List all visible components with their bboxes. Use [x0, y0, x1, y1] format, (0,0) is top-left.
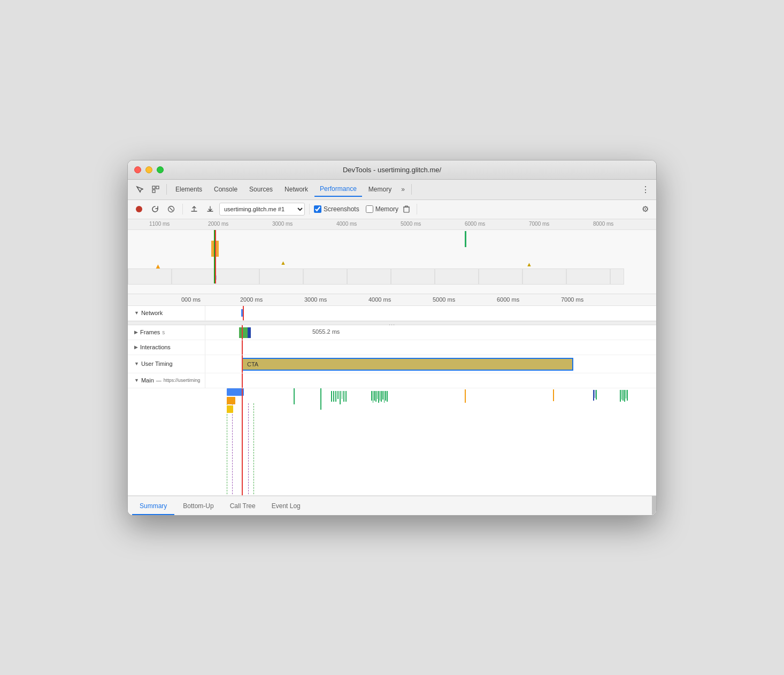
minimize-button[interactable]: [145, 166, 152, 173]
tick-7000ms: 7000 ms: [561, 296, 583, 303]
devtools-menu-button[interactable]: ⋮: [639, 182, 652, 197]
toolbar-sep-1: [182, 204, 183, 214]
session-selector[interactable]: usertiming.glitch.me #1: [219, 203, 305, 216]
user-timing-track: ▼ User Timing CTA: [128, 355, 656, 373]
frames-label: Frames: [140, 329, 160, 335]
svg-rect-0: [152, 186, 155, 189]
frames-s-label: s: [162, 329, 165, 335]
main-track-content-header[interactable]: [205, 373, 656, 388]
bottom-tab-bar: Summary Bottom-Up Call Tree Event Log: [128, 496, 656, 515]
frames-track-label: ▶ Frames s: [128, 325, 205, 340]
close-button[interactable]: [134, 166, 141, 173]
svg-line-5: [170, 208, 173, 211]
flame-green-tall-1: [294, 388, 295, 404]
tab-event-log[interactable]: Event Log: [264, 499, 308, 515]
flame-green-tall-2: [320, 388, 321, 410]
frames-time: 5055.2 ms: [312, 328, 340, 335]
delete-recording-button[interactable]: [401, 203, 412, 215]
upload-button[interactable]: [187, 202, 201, 216]
inspect-icon[interactable]: [148, 182, 163, 197]
tab-elements[interactable]: Elements: [170, 182, 207, 196]
flame-red-line: [242, 388, 243, 495]
screenshots-strip: [128, 269, 624, 285]
memory-label: Memory: [375, 205, 398, 213]
tab-summary[interactable]: Summary: [132, 499, 174, 515]
interactions-track-content[interactable]: [205, 340, 656, 355]
maximize-button[interactable]: [157, 166, 164, 173]
memory-group: Memory: [366, 205, 398, 213]
settings-button[interactable]: ⚙: [638, 202, 652, 216]
frames-track: ▶ Frames s 5055.2 ms: [128, 325, 656, 340]
interactions-track: ▶ Interactions: [128, 340, 656, 355]
network-bar: [241, 309, 243, 317]
frames-red-line: [242, 325, 243, 340]
main-track: ▼ Main — https://usertiming.glitch.me/: [128, 373, 656, 496]
interactions-expand-arrow[interactable]: ▶: [134, 344, 138, 350]
performance-toolbar: usertiming.glitch.me #1 Screenshots Memo…: [128, 200, 656, 219]
cursor-icon[interactable]: [132, 182, 147, 197]
orange-tick-2: [553, 389, 554, 401]
interactions-label: Interactions: [140, 344, 171, 350]
reload-record-button[interactable]: [148, 202, 162, 216]
ruler-tick-8000: 8000 ms: [593, 221, 613, 227]
flame-orange-1: [227, 397, 235, 404]
resize-handle[interactable]: ...: [128, 321, 656, 325]
tick-4000ms: 4000 ms: [368, 296, 391, 303]
network-expand-arrow[interactable]: ▼: [134, 310, 139, 316]
far-right-green-group: [620, 390, 628, 402]
interactions-red-line: [242, 340, 243, 355]
memory-checkbox[interactable]: [366, 205, 373, 213]
user-timing-expand-arrow[interactable]: ▼: [134, 361, 139, 366]
main-track-label: ▼ Main — https://usertiming.glitch.me/: [128, 373, 205, 388]
devtools-window: DevTools - usertiming.glitch.me/ Element…: [127, 160, 657, 516]
green-ticks-group-1: [331, 391, 347, 404]
screenshots-group: Screenshots: [314, 205, 359, 213]
screenshots-checkbox[interactable]: [314, 205, 321, 213]
tab-bottom-up[interactable]: Bottom-Up: [175, 499, 221, 515]
clear-button[interactable]: [164, 202, 178, 216]
svg-rect-2: [152, 190, 155, 193]
tab-sources[interactable]: Sources: [244, 182, 278, 196]
ruler-tick-2000: 2000 ms: [208, 221, 228, 227]
network-track-content[interactable]: [205, 306, 656, 320]
ruler-tick-1000: 1100 ms: [149, 221, 170, 227]
tick-5000ms: 5000 ms: [433, 296, 455, 303]
fps-indicator: [465, 231, 466, 247]
tick-3000ms: 3000 ms: [304, 296, 327, 303]
dashed-green-2: [253, 403, 254, 495]
tab-call-tree[interactable]: Call Tree: [222, 499, 263, 515]
main-expand-arrow[interactable]: ▼: [134, 378, 139, 383]
ruler-tick-6000: 6000 ms: [465, 221, 485, 227]
dashed-green-1: [227, 403, 227, 495]
right-bars-group: [593, 390, 597, 401]
cta-bar[interactable]: CTA: [242, 358, 573, 371]
record-button[interactable]: [132, 202, 146, 216]
user-timing-track-content[interactable]: CTA: [205, 355, 656, 373]
main-track-header-row: ▼ Main — https://usertiming.glitch.me/: [128, 373, 656, 388]
dashed-purple-1: [232, 403, 233, 495]
frames-expand-arrow[interactable]: ▶: [134, 329, 138, 335]
more-tabs-button[interactable]: »: [398, 183, 408, 195]
download-button[interactable]: [203, 202, 217, 216]
user-timing-track-label: ▼ User Timing: [128, 355, 205, 373]
overview-tracks[interactable]: ▲ ▲ ▲: [128, 230, 656, 283]
overview-ruler: 1100 ms 2000 ms 3000 ms 4000 ms 5000 ms …: [128, 219, 656, 230]
tick-2000ms: 2000 ms: [240, 296, 263, 303]
tab-network[interactable]: Network: [279, 182, 313, 196]
overview-area: 1100 ms 2000 ms 3000 ms 4000 ms 5000 ms …: [128, 219, 656, 294]
tab-memory[interactable]: Memory: [363, 182, 397, 196]
svg-rect-1: [156, 186, 159, 189]
interactions-track-label: ▶ Interactions: [128, 340, 205, 355]
ruler-tick-4000: 4000 ms: [336, 221, 357, 227]
tab-console[interactable]: Console: [209, 182, 243, 196]
orange-tick-1: [465, 389, 466, 403]
main-label: Main: [141, 377, 154, 383]
timeline-ruler: 000 ms 2000 ms 3000 ms 4000 ms 5000 ms 6…: [128, 294, 656, 306]
tab-performance[interactable]: Performance: [314, 182, 362, 197]
flame-chart-area[interactable]: [128, 388, 656, 495]
warning-triangle-3: ▲: [526, 261, 532, 267]
network-track-label: ▼ Network: [128, 306, 205, 320]
network-red-line: [243, 306, 244, 320]
frames-track-content[interactable]: 5055.2 ms: [205, 325, 656, 340]
devtools-tab-bar: Elements Console Sources Network Perform…: [128, 180, 656, 200]
